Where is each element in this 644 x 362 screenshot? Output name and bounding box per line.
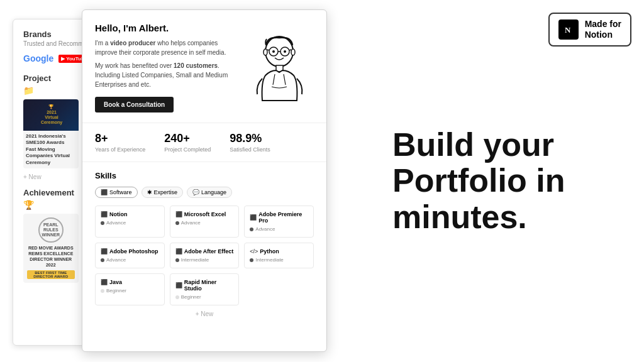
skill-card-aftereffects: ⬛ Adobe After Effect Intermediate [170,243,240,268]
greeting-heading: Hello, I'm Albert. [95,23,235,33]
google-brand: Google [23,53,53,63]
notion-badge-line2: Notion [585,30,621,40]
award-badge-1: BEST FIRST TIME DIRECTOR AWARD [27,270,75,279]
stat-experience: 8+ Years of Experience [95,132,145,153]
svg-text:N: N [565,25,571,35]
bio-paragraph-2: My work has benefited over 120 customers… [95,61,235,89]
headline-line2: Portfolio in [392,163,619,199]
stats-row: 8+ Years of Experience 240+ Project Comp… [82,123,326,162]
skills-tabs: ⬛ Software ✱ Expertise 💬 Language [95,187,314,198]
stat-experience-value: 8+ [95,132,145,145]
book-consultation-button[interactable]: Book a Consultation [95,97,174,112]
headline-line1: Build your [392,127,619,163]
stat-projects-label: Project Completed [164,146,211,153]
notion-badge-line1: Made for [585,19,621,30]
right-content-area: Build your Portfolio in minutes. [380,0,644,362]
front-portfolio-panel: Hello, I'm Albert. I'm a video producer … [82,9,327,352]
avatar-illustration [250,31,309,104]
project-thumb-1: 🏆2021VirtualCeremony [23,99,79,131]
notion-badge-text: Made for Notion [585,19,621,40]
avatar-container [245,23,314,112]
skills-tab-language[interactable]: 💬 Language [187,187,232,198]
skill-card-excel: ⬛ Microsoft Excel Advance [170,206,240,238]
language-icon: 💬 [192,189,199,195]
stat-clients-label: Satisfied Clients [230,146,270,153]
award-text-1: RED MOVIE AWARDS REIMS EXCELLENCE DIRECT… [27,245,75,268]
stat-clients: 98.9% Satisfied Clients [230,132,270,153]
stat-projects-value: 240+ [164,132,211,145]
skill-card-python: </> Python Intermediate [244,243,314,268]
skills-tab-software[interactable]: ⬛ Software [95,187,138,198]
skills-grid: ⬛ Notion Advance ⬛ Microsoft Excel Advan… [95,206,314,305]
project-card: 🏆2021VirtualCeremony 2021 Indonesia's SM… [23,99,79,168]
svg-point-7 [284,50,286,53]
expertise-icon: ✱ [147,189,152,195]
achievement-card-1: PEARL RULESWINNER RED MOVIE AWARDS REIMS… [23,214,79,283]
main-headline: Build your Portfolio in minutes. [392,127,619,235]
svg-line-4 [267,50,269,50]
svg-point-6 [272,50,275,53]
project-card-title-1: 2021 Indonesia's SME100 Awards Fast Movi… [26,133,76,166]
panel-bio-text: Hello, I'm Albert. I'm a video producer … [95,23,235,112]
skills-section: Skills ⬛ Software ✱ Expertise 💬 Language… [82,162,326,326]
skills-tab-expertise[interactable]: ✱ Expertise [142,187,184,198]
skill-card-java: ⬛ Java Beginner [95,273,165,305]
stat-projects: 240+ Project Completed [164,132,211,153]
svg-line-5 [289,50,291,50]
skills-heading: Skills [95,171,314,180]
skills-new-button[interactable]: + New [95,310,314,317]
bio-paragraph-1: I'm a video producer who helps companies… [95,38,235,57]
svg-point-8 [264,49,267,55]
skill-card-premiere: ⬛ Adobe Premiere Pro Advance [244,206,314,238]
panel-top-section: Hello, I'm Albert. I'm a video producer … [82,10,326,123]
skill-card-photoshop: ⬛ Adobe Photoshop Advance [95,243,165,268]
svg-point-9 [291,49,295,55]
skill-card-notion: ⬛ Notion Advance [95,206,165,238]
skill-card-rapidminer: ⬛ Rapid Miner Studio Beginner [170,273,240,305]
stat-experience-label: Years of Experience [95,146,145,153]
notion-badge: N Made for Notion [548,13,631,47]
notion-logo-icon: N [558,19,579,40]
headline-line3: minutes. [392,199,619,235]
software-icon: ⬛ [101,189,108,195]
stat-clients-value: 98.9% [230,132,270,145]
